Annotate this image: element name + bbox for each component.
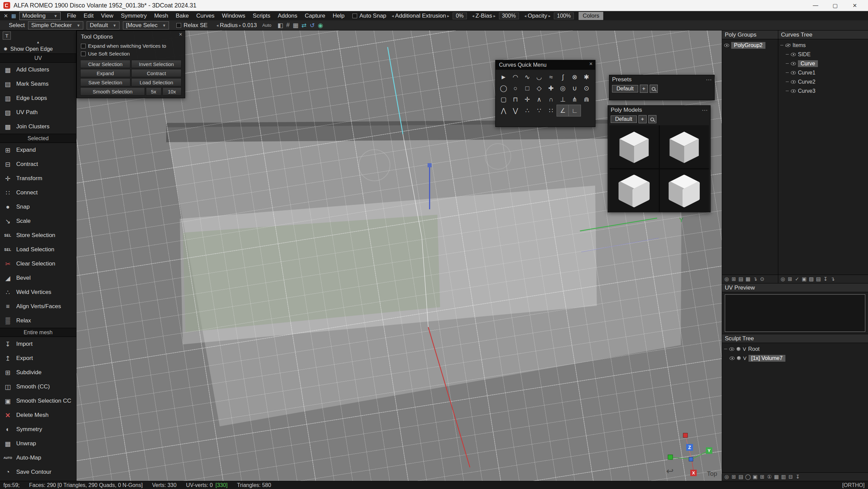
spinner-right-icon[interactable]: ▸: [548, 14, 550, 18]
menu-item[interactable]: File: [63, 12, 80, 20]
visibility-eye-icon[interactable]: [791, 71, 796, 75]
menu-item[interactable]: Help: [329, 12, 348, 20]
sculpt-volume-row[interactable]: V [1x] Volume7: [722, 354, 868, 363]
radius-spinner[interactable]: ◂ Radius ▸ 0.013: [216, 22, 257, 29]
save-selection-button[interactable]: Save Selection: [80, 78, 130, 86]
curve-tool-icon[interactable]: ✛: [521, 94, 533, 105]
tool-item[interactable]: ▒ Relax: [0, 314, 76, 328]
close-icon[interactable]: ✕: [589, 61, 593, 66]
minimize-button[interactable]: —: [806, 0, 825, 11]
menu-item[interactable]: Addons: [274, 12, 301, 20]
panel-toolbar-icon[interactable]: ▤: [738, 276, 744, 282]
panel-toolbar-icon[interactable]: ▨: [808, 276, 815, 282]
tool-item[interactable]: ▤ Mark Seams: [0, 77, 76, 91]
panel-menu-icon[interactable]: ⋯: [702, 107, 708, 114]
panel-toolbar-icon[interactable]: ⊞: [787, 276, 793, 282]
expand-button[interactable]: Expand: [80, 69, 130, 77]
voxel-mode-icon[interactable]: V: [743, 346, 746, 352]
curve-item-label[interactable]: Curve2: [798, 79, 816, 85]
curve-tool-icon[interactable]: ∫: [557, 71, 569, 83]
additional-extrusion-value[interactable]: 0%: [453, 13, 466, 19]
curves-tree-item[interactable]: SIDE: [778, 50, 868, 59]
checker-dropdown[interactable]: Simple Checker ▼: [28, 21, 83, 29]
panel-toolbar-icon[interactable]: ⊞: [759, 474, 765, 480]
tool-item[interactable]: ▩ Join Clusters: [0, 120, 76, 134]
tool-item[interactable]: ▣ Smooth Selection CC: [0, 394, 76, 408]
tool-item[interactable]: ⊞ Subdivide: [0, 365, 76, 380]
rounded-cube-model-thumbnail[interactable]: [660, 169, 709, 212]
tool-item[interactable]: AUTO Auto-Map: [0, 451, 76, 465]
preset-dropdown[interactable]: Default ▼: [87, 21, 120, 29]
close-workspace-icon[interactable]: ✕: [2, 13, 10, 19]
tool-item[interactable]: ✂ Clear Selection: [0, 257, 76, 271]
rounded-cube-model-thumbnail[interactable]: [609, 169, 659, 212]
show-open-edge-toggle[interactable]: ✹ Show Open Edge: [0, 45, 76, 54]
tool-item[interactable]: ◢ Bevel: [0, 271, 76, 285]
toolbar-icon[interactable]: #: [286, 22, 290, 29]
menu-item[interactable]: Windows: [218, 12, 249, 20]
panel-toolbar-icon[interactable]: ①: [766, 474, 773, 480]
panel-menu-icon[interactable]: ⋯: [706, 76, 712, 83]
curve-tool-icon[interactable]: ◡: [533, 71, 545, 83]
spinner-left-icon[interactable]: ◂: [524, 14, 526, 18]
voxel-mode-icon[interactable]: V: [743, 355, 746, 361]
close-icon[interactable]: ✕: [179, 32, 182, 37]
curve-tool-icon[interactable]: ∷: [545, 105, 557, 116]
proxy-sphere-icon[interactable]: [737, 356, 741, 360]
panel-toolbar-icon[interactable]: ↧: [795, 474, 801, 480]
spinner-right-icon[interactable]: ▸: [494, 14, 496, 18]
sculpt-volume-label[interactable]: [1x] Volume7: [748, 355, 785, 362]
gizmo-y-handle[interactable]: Y: [706, 447, 712, 454]
panel-toolbar-icon[interactable]: ◎: [780, 276, 786, 282]
curve-tool-icon[interactable]: ∩: [545, 94, 557, 105]
curve-item-label[interactable]: Curve1: [798, 70, 816, 76]
tool-item[interactable]: ▦ Add Clusters: [0, 63, 76, 77]
curves-tree-item[interactable]: Curve3: [778, 86, 868, 95]
text-tool-icon[interactable]: T: [3, 31, 11, 40]
visibility-eye-off-icon[interactable]: [785, 44, 790, 47]
visibility-eye-icon[interactable]: [791, 62, 796, 65]
gizmo-x-handle[interactable]: X: [690, 470, 697, 476]
menu-item[interactable]: Mesh: [150, 12, 172, 20]
menu-item[interactable]: View: [97, 12, 117, 20]
soft-selection-toggle[interactable]: Use Soft Selection: [77, 50, 185, 58]
sculpt-root-row[interactable]: V Root: [722, 344, 868, 354]
menu-item[interactable]: Capture: [301, 12, 329, 20]
toolbar-icon[interactable]: ⇄: [302, 22, 307, 29]
curve-tool-icon[interactable]: ▢: [498, 94, 509, 105]
maximize-button[interactable]: ▢: [825, 0, 845, 11]
curve-tool-icon[interactable]: ◇: [533, 83, 545, 94]
search-button[interactable]: [650, 85, 658, 93]
toolbar-icon[interactable]: ◉: [318, 22, 323, 29]
visibility-eye-icon[interactable]: [730, 357, 735, 360]
clear-selection-button[interactable]: Clear Selection: [80, 60, 130, 68]
spinner-left-icon[interactable]: ◂: [216, 23, 218, 28]
smooth-selection-button[interactable]: Smooth Selection: [80, 87, 145, 95]
panel-toolbar-icon[interactable]: ↴: [829, 276, 836, 282]
curve-tool-icon[interactable]: ✱: [581, 71, 592, 83]
curve-tool-icon[interactable]: ⊗: [569, 71, 581, 83]
curve-tool-icon[interactable]: ⋔: [569, 94, 581, 105]
z-bias-spinner[interactable]: ◂ Z-Bias ▸ 300%: [472, 13, 519, 19]
curve-tool-icon[interactable]: ∟: [569, 105, 581, 116]
tool-item[interactable]: ✕ Delete Mesh: [0, 408, 76, 422]
spinner-left-icon[interactable]: ◂: [392, 14, 394, 18]
tool-item[interactable]: ∷ Connect: [0, 186, 76, 200]
workspace-dropdown[interactable]: Modeling ▼: [19, 12, 61, 20]
tool-item[interactable]: ∴ Weld Vertices: [0, 285, 76, 299]
curve-tool-icon[interactable]: ◎: [557, 83, 569, 94]
panel-toolbar-icon[interactable]: ▦: [745, 276, 751, 282]
panel-toolbar-icon[interactable]: ⊟: [787, 474, 794, 480]
radius-value[interactable]: 0.013: [242, 22, 257, 29]
tool-item[interactable]: ● Snap: [0, 200, 76, 214]
tool-item[interactable]: ◐ Symmetry: [0, 422, 76, 437]
tool-item[interactable]: ↧ Import: [0, 337, 76, 351]
menu-item[interactable]: Bake: [172, 12, 193, 20]
curve-tool-icon[interactable]: ⋀: [498, 105, 509, 116]
curve-item-label[interactable]: Curve3: [798, 88, 816, 94]
auto-snap-toggle[interactable]: Auto Snap: [352, 13, 386, 19]
tool-item[interactable]: ◫ Smooth (CC): [0, 380, 76, 394]
tool-item[interactable]: ⊟ Contract: [0, 157, 76, 171]
curve-tool-icon[interactable]: □: [521, 83, 533, 94]
curve-tool-icon[interactable]: ∧: [533, 94, 545, 105]
